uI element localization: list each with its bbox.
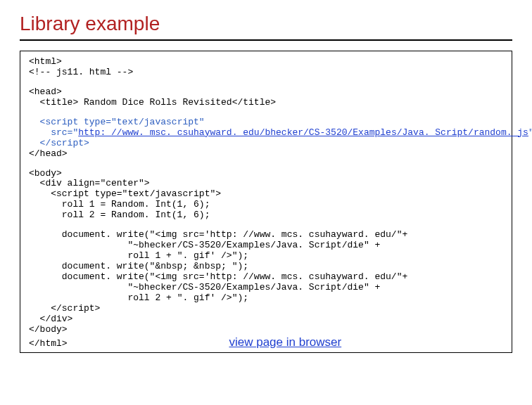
code-line: <!-- js11. html --> <box>29 68 503 78</box>
code-line-script-close: </script> <box>29 139 503 149</box>
code-line: </div> <box>29 314 503 325</box>
code-example-box: <html> <!-- js11. html --> <head> <title… <box>20 51 512 353</box>
code-line: </body> <box>29 325 503 335</box>
code-line-script-src: src="http: //www. msc. csuhayward. edu/b… <box>29 128 503 139</box>
code-line: <body> <box>29 169 503 179</box>
code-line: <script type="text/javascript"> <box>29 189 503 200</box>
code-line-script-open: <script type="text/javascript" <box>29 117 503 128</box>
src-suffix: "> <box>528 127 532 138</box>
code-line: <div align="center"> <box>29 179 503 189</box>
code-line: </script> <box>29 304 503 314</box>
view-page-link[interactable]: view page in browser <box>229 335 341 349</box>
code-line: <html> <box>29 57 503 68</box>
code-line: <title> Random Dice Rolls Revisited</tit… <box>29 98 503 108</box>
blank-line <box>29 160 503 169</box>
code-line: roll 2 = Random. Int(1, 6); <box>29 210 503 221</box>
code-line: roll 1 + ". gif' />"); <box>29 251 503 262</box>
code-line: roll 1 = Random. Int(1, 6); <box>29 200 503 210</box>
script-src-url[interactable]: http: //www. msc. csuhayward. edu/bhecke… <box>78 127 528 138</box>
code-line: document. write("&nbsp; &nbsp; "); <box>29 262 503 272</box>
blank-line <box>29 108 503 117</box>
code-line: <head> <box>29 87 503 98</box>
code-line: </head> <box>29 149 503 160</box>
code-line: "~bhecker/CS-3520/Examples/Java. Script/… <box>29 283 503 293</box>
blank-line <box>29 78 503 87</box>
code-line: "~bhecker/CS-3520/Examples/Java. Script/… <box>29 240 503 251</box>
code-line: document. write("<img src='http: //www. … <box>29 272 503 283</box>
slide-title: Library example <box>20 13 512 41</box>
src-prefix: src=" <box>51 127 78 138</box>
code-line: roll 2 + ". gif' />"); <box>29 293 503 304</box>
code-line: </html> <box>29 339 68 349</box>
code-line: document. write("<img src='http: //www. … <box>29 230 503 240</box>
